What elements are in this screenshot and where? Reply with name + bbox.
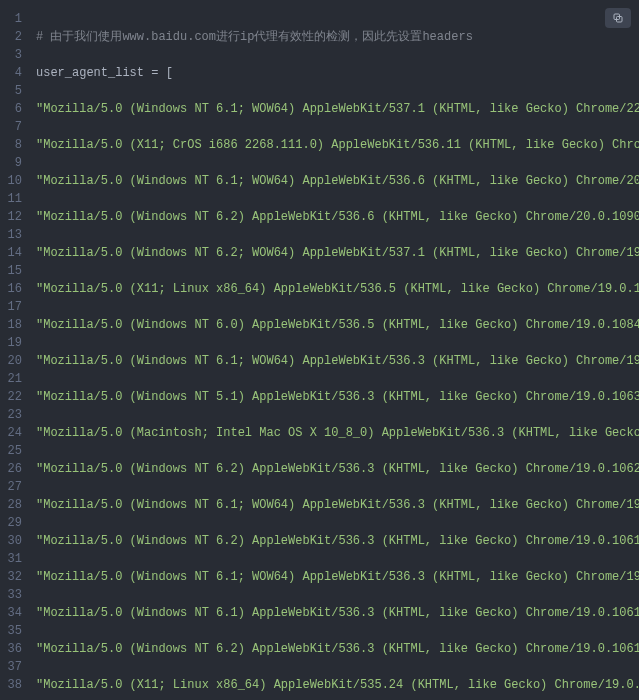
line-number: 20 <box>0 352 22 370</box>
line-number: 3 <box>0 46 22 64</box>
line-number: 12 <box>0 208 22 226</box>
line-number: 29 <box>0 514 22 532</box>
line-number: 15 <box>0 262 22 280</box>
line-number: 7 <box>0 118 22 136</box>
line-number: 36 <box>0 640 22 658</box>
line-number-gutter: 1234567891011121314151617181920212223242… <box>0 0 28 700</box>
line-number: 26 <box>0 460 22 478</box>
line-number: 30 <box>0 532 22 550</box>
line-number: 10 <box>0 172 22 190</box>
line-number: 35 <box>0 622 22 640</box>
line-number: 37 <box>0 658 22 676</box>
line-number: 14 <box>0 244 22 262</box>
line-number: 27 <box>0 478 22 496</box>
copy-button[interactable] <box>605 8 631 28</box>
line-number: 18 <box>0 316 22 334</box>
line-number: 23 <box>0 406 22 424</box>
line-number: 21 <box>0 370 22 388</box>
line-number: 6 <box>0 100 22 118</box>
line-number: 33 <box>0 586 22 604</box>
line-number: 22 <box>0 388 22 406</box>
line-number: 16 <box>0 280 22 298</box>
line-number: 1 <box>0 10 22 28</box>
line-number: 13 <box>0 226 22 244</box>
line-number: 38 <box>0 676 22 694</box>
code-comment: # 由于我们使用www.baidu.com进行ip代理有效性的检测，因此先设置h… <box>36 30 473 44</box>
copy-icon <box>612 12 624 24</box>
line-number: 2 <box>0 28 22 46</box>
line-number: 25 <box>0 442 22 460</box>
line-number: 4 <box>0 64 22 82</box>
line-number: 9 <box>0 154 22 172</box>
code-editor[interactable]: 1234567891011121314151617181920212223242… <box>0 0 639 700</box>
line-number: 28 <box>0 496 22 514</box>
line-number: 5 <box>0 82 22 100</box>
line-number: 32 <box>0 568 22 586</box>
line-number: 11 <box>0 190 22 208</box>
line-number: 17 <box>0 298 22 316</box>
line-number: 24 <box>0 424 22 442</box>
line-number: 31 <box>0 550 22 568</box>
line-number: 19 <box>0 334 22 352</box>
line-number: 8 <box>0 136 22 154</box>
code-area[interactable]: # 由于我们使用www.baidu.com进行ip代理有效性的检测，因此先设置h… <box>28 0 639 700</box>
line-number: 34 <box>0 604 22 622</box>
